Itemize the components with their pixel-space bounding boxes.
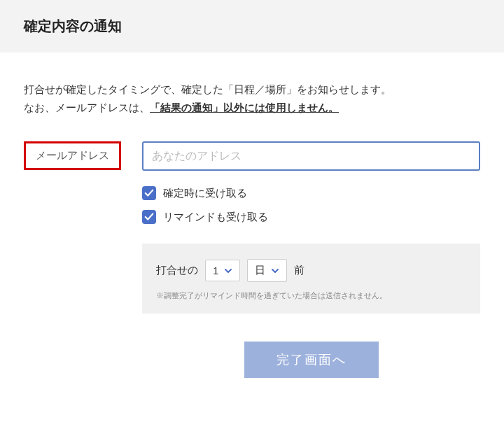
page-header: 確定内容の通知: [0, 0, 504, 52]
remind-controls: 打合せの 1 日 前: [156, 259, 466, 282]
chevron-down-icon: [224, 267, 232, 275]
page-title: 確定内容の通知: [24, 17, 480, 36]
description-text: 打合せが確定したタイミングで、確定した「日程／場所」をお知らせします。 なお、メ…: [24, 80, 480, 116]
form-body: 確定時に受け取る リマインドも受け取る 打合せの 1 日: [142, 141, 480, 378]
check-icon: [144, 188, 154, 198]
submit-row: 完了画面へ: [142, 342, 480, 378]
description-line1: 打合せが確定したタイミングで、確定した「日程／場所」をお知らせします。: [24, 83, 391, 95]
email-label: メールアドレス: [24, 141, 121, 170]
checkbox-remind-label: リマインドも受け取る: [163, 211, 268, 224]
check-icon: [144, 212, 154, 222]
description-line2-underline: 「結果の通知」以外には使用しません。: [150, 101, 339, 113]
checkbox-confirm-row: 確定時に受け取る: [142, 186, 480, 200]
checkbox-remind-row: リマインドも受け取る: [142, 210, 480, 224]
chevron-down-icon: [271, 267, 279, 275]
checkbox-remind[interactable]: [142, 210, 156, 224]
submit-button[interactable]: 完了画面へ: [244, 342, 379, 378]
description-line2-prefix: なお、メールアドレスは、: [24, 101, 150, 113]
remind-unit-value: 日: [255, 264, 265, 277]
remind-suffix: 前: [294, 264, 304, 277]
remind-prefix: 打合せの: [156, 264, 198, 277]
remind-settings-box: 打合せの 1 日 前 ※調整完了がリマインド時間を過ぎていた場合は送信されません…: [142, 244, 480, 314]
content-area: 打合せが確定したタイミングで、確定した「日程／場所」をお知らせします。 なお、メ…: [0, 52, 504, 399]
email-form-row: メールアドレス 確定時に受け取る リマインドも受け取る 打合せの 1: [24, 141, 480, 378]
remind-number-value: 1: [213, 265, 218, 276]
remind-number-select[interactable]: 1: [205, 260, 240, 281]
remind-note: ※調整完了がリマインド時間を過ぎていた場合は送信されません。: [156, 290, 466, 301]
email-input[interactable]: [142, 141, 480, 171]
remind-unit-select[interactable]: 日: [247, 259, 287, 282]
checkbox-confirm[interactable]: [142, 186, 156, 200]
checkbox-confirm-label: 確定時に受け取る: [163, 187, 247, 200]
